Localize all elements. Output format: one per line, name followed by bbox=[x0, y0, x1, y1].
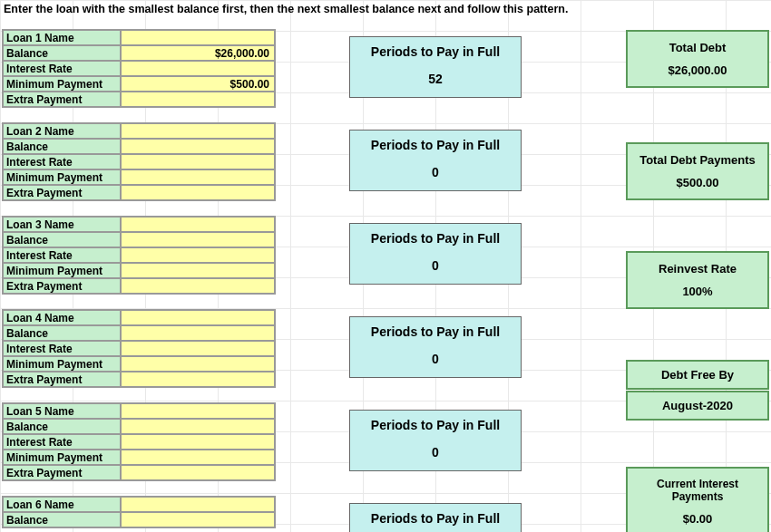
loan-5-name-input[interactable] bbox=[121, 403, 275, 419]
loan-4-interest-rate-input[interactable] bbox=[121, 341, 275, 356]
loan-3-balance-input[interactable] bbox=[121, 232, 275, 247]
loan-1-interest-rate-input[interactable] bbox=[121, 61, 275, 76]
loan-block-2: Loan 2 NameBalanceInterest RateMinimum P… bbox=[2, 122, 276, 201]
loan-1-extra-payment-input[interactable] bbox=[121, 92, 275, 107]
loan-row: Loan 2 Name bbox=[3, 123, 275, 139]
total-debt-value: $26,000.00 bbox=[631, 63, 764, 77]
loan-row: Balance$26,000.00 bbox=[3, 45, 275, 61]
loan-2-balance-input[interactable] bbox=[121, 139, 275, 154]
loan-1-minimum-payment-label: Minimum Payment bbox=[3, 76, 121, 92]
loan-6-balance-label: Balance bbox=[3, 512, 121, 527]
debt-free-label: Debt Free By bbox=[631, 368, 764, 382]
periods-box-3: Periods to Pay in Full0 bbox=[349, 223, 522, 285]
loan-5-balance-label: Balance bbox=[3, 419, 121, 434]
loan-4-extra-payment-label: Extra Payment bbox=[3, 372, 121, 387]
loan-2-balance-label: Balance bbox=[3, 139, 121, 154]
loan-4-balance-input[interactable] bbox=[121, 325, 275, 341]
loan-5-extra-payment-input[interactable] bbox=[121, 465, 275, 480]
loan-block-1: Loan 1 NameBalance$26,000.00Interest Rat… bbox=[2, 29, 276, 108]
loan-block-6: Loan 6 NameBalance bbox=[2, 496, 276, 528]
current-interest-box: Current Interest Payments $0.00 bbox=[626, 467, 769, 532]
periods-value-3: 0 bbox=[354, 258, 517, 273]
loan-2-extra-payment-label: Extra Payment bbox=[3, 185, 121, 200]
loan-row: Extra Payment bbox=[3, 185, 275, 200]
periods-box-5: Periods to Pay in Full0 bbox=[349, 410, 522, 471]
loan-4-name-input[interactable] bbox=[121, 310, 275, 325]
loan-4-balance-label: Balance bbox=[3, 325, 121, 341]
loan-row: Balance bbox=[3, 512, 275, 527]
loan-4-minimum-payment-label: Minimum Payment bbox=[3, 356, 121, 372]
periods-label: Periods to Pay in Full bbox=[354, 418, 517, 432]
loan-5-balance-input[interactable] bbox=[121, 419, 275, 434]
loan-6-balance-input[interactable] bbox=[121, 512, 275, 527]
reinvest-rate-value: 100% bbox=[631, 285, 764, 298]
periods-box-4: Periods to Pay in Full0 bbox=[349, 316, 522, 378]
loan-3-minimum-payment-label: Minimum Payment bbox=[3, 263, 121, 278]
total-payments-label: Total Debt Payments bbox=[631, 153, 764, 167]
loan-2-minimum-payment-label: Minimum Payment bbox=[3, 169, 121, 185]
loan-row: Loan 1 Name bbox=[3, 30, 275, 45]
loan-4-extra-payment-input[interactable] bbox=[121, 372, 275, 387]
loan-row: Minimum Payment bbox=[3, 356, 275, 372]
loan-row: Loan 4 Name bbox=[3, 310, 275, 325]
loan-row: Interest Rate bbox=[3, 154, 275, 169]
loan-row: Minimum Payment bbox=[3, 263, 275, 278]
loan-row: Balance bbox=[3, 139, 275, 154]
loan-row: Balance bbox=[3, 232, 275, 247]
current-interest-value: $0.00 bbox=[631, 512, 764, 526]
loan-row: Interest Rate bbox=[3, 247, 275, 263]
loan-block-3: Loan 3 NameBalanceInterest RateMinimum P… bbox=[2, 216, 276, 295]
periods-box-1: Periods to Pay in Full52 bbox=[349, 36, 522, 98]
loan-3-interest-rate-input[interactable] bbox=[121, 247, 275, 263]
loan-block-4: Loan 4 NameBalanceInterest RateMinimum P… bbox=[2, 309, 276, 388]
periods-label: Periods to Pay in Full bbox=[354, 44, 517, 59]
loan-3-extra-payment-input[interactable] bbox=[121, 278, 275, 294]
loan-row: Extra Payment bbox=[3, 92, 275, 107]
loan-row: Interest Rate bbox=[3, 61, 275, 76]
loan-3-minimum-payment-input[interactable] bbox=[121, 263, 275, 278]
periods-value-4: 0 bbox=[354, 352, 517, 366]
debt-free-value: August-2020 bbox=[631, 399, 764, 412]
loan-2-interest-rate-input[interactable] bbox=[121, 154, 275, 169]
periods-box-6: Periods to Pay in Full bbox=[349, 503, 522, 532]
reinvest-rate-label: Reinvest Rate bbox=[631, 262, 764, 276]
loan-5-minimum-payment-input[interactable] bbox=[121, 450, 275, 465]
loan-3-name-input[interactable] bbox=[121, 217, 275, 232]
loan-1-extra-payment-label: Extra Payment bbox=[3, 92, 121, 107]
loan-1-minimum-payment-input[interactable]: $500.00 bbox=[121, 76, 275, 92]
debt-free-value-box: August-2020 bbox=[626, 391, 769, 421]
periods-label: Periods to Pay in Full bbox=[354, 511, 517, 526]
loan-2-name-input[interactable] bbox=[121, 123, 275, 139]
loan-1-name-label: Loan 1 Name bbox=[3, 30, 121, 45]
loan-row: Balance bbox=[3, 325, 275, 341]
loan-1-balance-input[interactable]: $26,000.00 bbox=[121, 45, 275, 61]
loan-2-minimum-payment-input[interactable] bbox=[121, 169, 275, 185]
periods-value-2: 0 bbox=[354, 165, 517, 179]
loan-4-minimum-payment-input[interactable] bbox=[121, 356, 275, 372]
loan-row: Loan 5 Name bbox=[3, 403, 275, 419]
loan-row: Minimum Payment bbox=[3, 169, 275, 185]
loan-5-interest-rate-label: Interest Rate bbox=[3, 434, 121, 450]
loan-6-name-label: Loan 6 Name bbox=[3, 497, 121, 512]
loan-row: Loan 3 Name bbox=[3, 217, 275, 232]
loan-1-name-input[interactable] bbox=[121, 30, 275, 45]
loan-3-name-label: Loan 3 Name bbox=[3, 217, 121, 232]
periods-label: Periods to Pay in Full bbox=[354, 231, 517, 246]
loan-5-name-label: Loan 5 Name bbox=[3, 403, 121, 419]
periods-box-2: Periods to Pay in Full0 bbox=[349, 130, 522, 191]
loan-5-extra-payment-label: Extra Payment bbox=[3, 465, 121, 480]
loan-row: Interest Rate bbox=[3, 341, 275, 356]
loan-2-extra-payment-input[interactable] bbox=[121, 185, 275, 200]
loan-5-interest-rate-input[interactable] bbox=[121, 434, 275, 450]
loan-1-interest-rate-label: Interest Rate bbox=[3, 61, 121, 76]
loan-row: Interest Rate bbox=[3, 434, 275, 450]
total-payments-box: Total Debt Payments $500.00 bbox=[626, 142, 769, 200]
loan-block-5: Loan 5 NameBalanceInterest RateMinimum P… bbox=[2, 402, 276, 481]
loan-4-interest-rate-label: Interest Rate bbox=[3, 341, 121, 356]
periods-value-5: 0 bbox=[354, 445, 517, 459]
reinvest-rate-box: Reinvest Rate 100% bbox=[626, 251, 769, 309]
loan-6-name-input[interactable] bbox=[121, 497, 275, 512]
instruction-text: Enter the loan with the smallest balance… bbox=[4, 3, 568, 15]
total-debt-label: Total Debt bbox=[631, 41, 764, 54]
loan-4-name-label: Loan 4 Name bbox=[3, 310, 121, 325]
